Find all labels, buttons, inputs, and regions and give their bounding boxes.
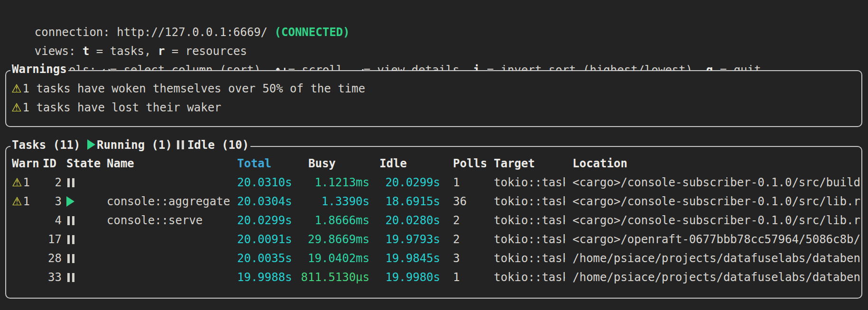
warning-icon: ⚠ [11,79,22,98]
task-idle-duration: 19.9845s [372,249,446,268]
column-header-state[interactable]: State [62,154,107,173]
task-id: 17 [43,230,62,249]
task-location: /home/psiace/projects/datafuselabs/datab… [565,249,861,268]
column-header-idle[interactable]: Idle [372,154,446,173]
task-name [107,268,237,287]
task-location: /home/psiace/projects/datafuselabs/datab… [565,268,861,287]
connection-url: http://127.0.0.1:6669/ [117,26,274,39]
warning-item: ⚠1 tasks have woken themselves over 50% … [11,79,861,98]
task-location: <cargo>/console-subscriber-0.1.0/src/bui… [565,173,861,192]
task-target: tokio::task [486,192,565,211]
task-warn-cell: ⚠ [12,230,43,249]
task-busy-duration: 19.0402ms [294,249,372,268]
table-row[interactable]: ⚠1 2 20.0310s 1.1213ms 20.0299s 1 tokio:… [6,173,861,192]
table-row[interactable]: ⚠ 4 console::serve 20.0299s 1.8666ms 20.… [6,211,861,230]
task-total-duration: 20.0304s [237,192,294,211]
tasks-table: Warn ID State Name Total Busy Idle Polls… [6,147,861,287]
tasks-panel: Tasks (11) Running (1) Idle (10) Warn ID… [5,146,862,299]
task-idle-duration: 20.0280s [372,211,446,230]
task-total-duration: 20.0310s [237,173,294,192]
warnings-panel-title: Warnings [10,61,68,77]
warning-item: ⚠1 tasks have lost their waker [11,98,861,117]
task-polls: 36 [446,192,486,211]
task-id: 3 [43,192,62,211]
pause-icon [67,254,74,263]
task-total-duration: 20.0035s [237,249,294,268]
pause-icon [67,178,74,187]
column-header-name[interactable]: Name [107,154,237,173]
task-polls: 2 [446,230,486,249]
task-target: tokio::task [486,249,565,268]
column-header-busy[interactable]: Busy [294,154,372,173]
task-warn-cell: ⚠ [12,211,43,230]
play-icon [66,196,74,207]
pause-icon [177,140,184,149]
task-state-cell [62,268,107,287]
task-warn-cell: ⚠ [12,268,43,287]
connection-label: connection: [35,26,117,39]
warning-text: 1 tasks have woken themselves over 50% o… [23,79,365,98]
table-row[interactable]: ⚠ 33 19.9988s 811.5130µs 19.9980s 1 toki… [6,268,861,287]
pause-icon [67,273,74,282]
running-count-label: Running (1) [97,137,172,153]
task-state-cell [62,249,107,268]
warning-text: 1 tasks have lost their waker [23,98,222,117]
task-idle-duration: 19.9793s [372,230,446,249]
task-name [107,230,237,249]
column-header-id[interactable]: ID [43,154,62,173]
task-name: console::aggregate [107,192,237,211]
task-state-cell [62,230,107,249]
idle-count-label: Idle (10) [187,137,249,153]
task-name [107,173,237,192]
warning-icon: ⚠ [11,98,22,117]
task-name [107,249,237,268]
column-header-polls[interactable]: Polls [446,154,486,173]
task-idle-duration: 19.9980s [372,268,446,287]
task-location: <cargo>/openraft-0677bbb78cc57964/5086c8… [565,230,861,249]
table-row[interactable]: ⚠ 28 20.0035s 19.0402ms 19.9845s 3 tokio… [6,249,861,268]
task-busy-duration: 1.8666ms [294,211,372,230]
task-warn-count: 1 [23,195,30,208]
task-warn-cell: ⚠ [12,249,43,268]
task-total-duration: 20.0299s [237,211,294,230]
table-row[interactable]: ⚠ 17 20.0091s 29.8669ms 19.9793s 2 tokio… [6,230,861,249]
tasks-panel-title: Tasks (11) Running (1) Idle (10) [10,137,250,153]
task-target: tokio::task [486,211,565,230]
warning-icon: ⚠ [12,195,22,208]
column-header-total-sorted[interactable]: Total [237,154,294,173]
views-key-tasks: t [83,45,89,58]
task-warn-cell: ⚠1 [12,173,43,192]
task-state-cell [62,192,107,211]
play-icon [87,139,95,150]
task-polls: 1 [446,173,486,192]
column-header-location[interactable]: Location [565,154,861,173]
task-warn-cell: ⚠1 [12,192,43,211]
task-location: <cargo>/console-subscriber-0.1.0/src/lib… [565,211,861,230]
column-header-warn[interactable]: Warn [12,154,43,173]
task-busy-duration: 1.3390s [294,192,372,211]
console-header: connection: http://127.0.0.1:6669/ (CONN… [0,0,868,61]
task-state-cell [62,211,107,230]
task-name: console::serve [107,211,237,230]
task-id: 33 [43,268,62,287]
pause-icon [67,235,74,244]
task-polls: 3 [446,249,486,268]
task-target: tokio::task [486,173,565,192]
task-busy-duration: 1.1213ms [294,173,372,192]
task-location: <cargo>/console-subscriber-0.1.0/src/lib… [565,192,861,211]
task-target: tokio::task [486,230,565,249]
task-total-duration: 19.9988s [237,268,294,287]
warning-icon: ⚠ [12,176,22,189]
task-id: 28 [43,249,62,268]
task-idle-duration: 18.6915s [372,192,446,211]
task-busy-duration: 811.5130µs [294,268,372,287]
task-state-cell [62,173,107,192]
column-header-target[interactable]: Target [486,154,565,173]
task-idle-duration: 20.0299s [372,173,446,192]
task-polls: 1 [446,268,486,287]
views-key-resources: r [158,45,165,58]
views-desc-resources: = resources [165,45,247,58]
table-row[interactable]: ⚠1 3 console::aggregate 20.0304s 1.3390s… [6,192,861,211]
task-warn-count: 1 [23,176,30,189]
connection-status: (CONNECTED) [275,26,350,39]
